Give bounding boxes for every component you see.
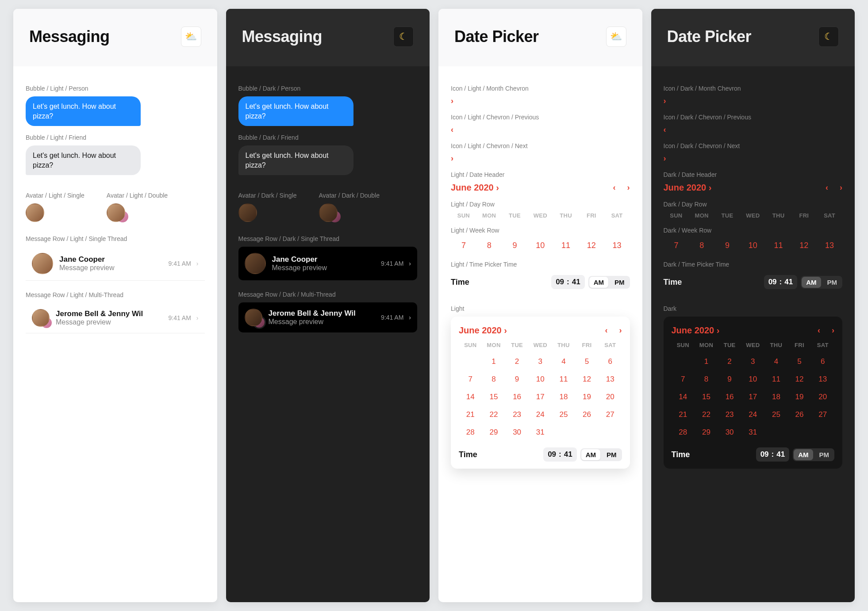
calendar-day[interactable]: 11	[552, 370, 576, 388]
month-chevron-icon[interactable]: ›	[451, 96, 630, 106]
calendar-day[interactable]: 13	[817, 238, 842, 253]
calendar-day[interactable]: 30	[505, 424, 529, 441]
calendar-day[interactable]: 9	[718, 370, 741, 388]
month-selector[interactable]: June 2020 ›	[664, 183, 712, 193]
time-value[interactable]: 09:41	[543, 447, 577, 462]
calendar-day[interactable]: 17	[741, 388, 764, 406]
calendar-day[interactable]: 21	[459, 406, 482, 424]
calendar-day[interactable]: 9	[505, 370, 529, 388]
calendar-day[interactable]: 31	[529, 424, 552, 441]
pm-option[interactable]: PM	[814, 448, 835, 461]
calendar-day[interactable]: 10	[527, 238, 553, 253]
theme-toggle-button[interactable]: ⛅	[181, 27, 201, 47]
chevron-previous-icon[interactable]: ‹	[664, 125, 843, 134]
calendar-day[interactable]: 18	[764, 388, 788, 406]
month-selector[interactable]: June 2020 ›	[672, 325, 720, 336]
calendar-day[interactable]: 8	[695, 370, 718, 388]
calendar-day[interactable]: 13	[811, 370, 834, 388]
calendar-day[interactable]: 25	[552, 406, 576, 424]
calendar-day[interactable]: 28	[459, 424, 482, 441]
ampm-segment[interactable]: AM PM	[580, 448, 622, 461]
time-value[interactable]: 09:41	[551, 275, 585, 289]
calendar-day[interactable]: 24	[741, 406, 764, 424]
theme-toggle-button[interactable]: ☾	[393, 27, 414, 47]
calendar-day[interactable]: 22	[482, 406, 506, 424]
calendar-day[interactable]: 27	[599, 406, 622, 424]
calendar-day[interactable]: 20	[599, 388, 622, 406]
message-row-multi[interactable]: Jerome Bell & Jenny Wil Message preview …	[26, 303, 205, 333]
month-selector[interactable]: June 2020 ›	[451, 183, 499, 193]
chevron-next-icon[interactable]: ›	[664, 154, 843, 163]
am-option[interactable]: AM	[802, 277, 821, 288]
calendar-day[interactable]: 31	[741, 424, 764, 441]
calendar-day[interactable]: 1	[482, 353, 506, 370]
prev-month-button[interactable]: ‹	[826, 183, 828, 192]
am-option[interactable]: AM	[794, 449, 813, 460]
calendar-day[interactable]: 12	[579, 238, 604, 253]
calendar-day[interactable]: 10	[741, 370, 764, 388]
calendar-day[interactable]: 11	[766, 238, 791, 253]
calendar-day[interactable]: 13	[604, 238, 630, 253]
calendar-day[interactable]: 13	[599, 370, 622, 388]
calendar-day[interactable]: 26	[575, 406, 599, 424]
calendar-day[interactable]: 26	[788, 406, 811, 424]
calendar-day[interactable]: 24	[529, 406, 552, 424]
next-month-button[interactable]: ›	[832, 326, 834, 335]
calendar-day[interactable]: 4	[552, 353, 576, 370]
am-option[interactable]: AM	[589, 277, 608, 288]
message-row-multi[interactable]: Jerome Bell & Jenny Wil Message preview …	[238, 302, 418, 332]
month-selector[interactable]: June 2020 ›	[459, 325, 507, 336]
calendar-day[interactable]: 8	[476, 238, 502, 253]
calendar-day[interactable]: 16	[718, 388, 741, 406]
calendar-day[interactable]: 19	[788, 388, 811, 406]
pm-option[interactable]: PM	[822, 276, 843, 289]
calendar-day[interactable]: 6	[599, 353, 622, 370]
next-month-button[interactable]: ›	[627, 183, 630, 192]
calendar-day[interactable]: 12	[791, 238, 817, 253]
calendar-day[interactable]: 19	[575, 388, 599, 406]
prev-month-button[interactable]: ‹	[605, 326, 608, 335]
calendar-day[interactable]: 10	[529, 370, 552, 388]
calendar-day[interactable]: 7	[459, 370, 482, 388]
calendar-day[interactable]: 25	[764, 406, 788, 424]
calendar-day[interactable]: 1	[695, 353, 718, 370]
calendar-day[interactable]: 3	[529, 353, 552, 370]
calendar-day[interactable]: 8	[689, 238, 714, 253]
calendar-day[interactable]: 28	[672, 424, 695, 441]
calendar-day[interactable]: 15	[695, 388, 718, 406]
chevron-previous-icon[interactable]: ‹	[451, 125, 630, 134]
calendar-day[interactable]: 2	[718, 353, 741, 370]
am-option[interactable]: AM	[581, 449, 600, 460]
calendar-day[interactable]: 11	[553, 238, 579, 253]
message-row-single[interactable]: Jane Cooper Message preview 9:41 AM ›	[26, 247, 205, 281]
calendar-day[interactable]: 15	[482, 388, 506, 406]
calendar-day[interactable]: 30	[718, 424, 741, 441]
message-row-single[interactable]: Jane Cooper Message preview 9:41 AM ›	[238, 247, 418, 280]
next-month-button[interactable]: ›	[619, 326, 622, 335]
calendar-day[interactable]: 2	[505, 353, 529, 370]
time-value[interactable]: 09:41	[756, 447, 790, 462]
time-value[interactable]: 09:41	[764, 275, 798, 289]
prev-month-button[interactable]: ‹	[613, 183, 616, 192]
calendar-day[interactable]: 14	[672, 388, 695, 406]
calendar-day[interactable]: 8	[482, 370, 506, 388]
calendar-day[interactable]: 5	[575, 353, 599, 370]
calendar-day[interactable]: 21	[672, 406, 695, 424]
next-month-button[interactable]: ›	[840, 183, 842, 192]
calendar-day[interactable]: 7	[451, 238, 476, 253]
calendar-day[interactable]: 6	[811, 353, 834, 370]
calendar-day[interactable]: 27	[811, 406, 834, 424]
pm-option[interactable]: PM	[601, 448, 622, 461]
calendar-day[interactable]: 20	[811, 388, 834, 406]
theme-toggle-button[interactable]: ⛅	[606, 27, 626, 47]
calendar-day[interactable]: 5	[788, 353, 811, 370]
calendar-day[interactable]: 12	[788, 370, 811, 388]
calendar-day[interactable]: 29	[695, 424, 718, 441]
calendar-day[interactable]: 29	[482, 424, 506, 441]
calendar-day[interactable]: 3	[741, 353, 764, 370]
calendar-day[interactable]: 7	[672, 370, 695, 388]
calendar-day[interactable]: 11	[764, 370, 788, 388]
calendar-day[interactable]: 12	[575, 370, 599, 388]
calendar-day[interactable]: 17	[529, 388, 552, 406]
calendar-day[interactable]: 22	[695, 406, 718, 424]
